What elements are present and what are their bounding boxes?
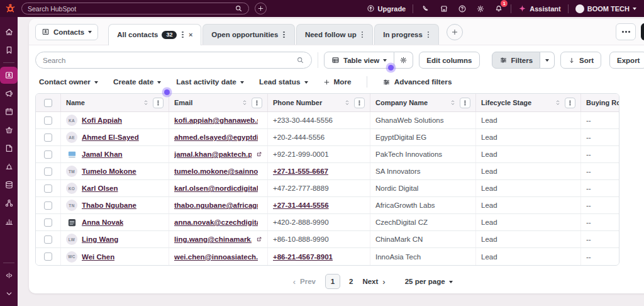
more-options-button[interactable]: [616, 23, 636, 40]
contact-name-link[interactable]: Tumelo Mokone: [82, 167, 136, 175]
sidebar-item-collapse[interactable]: [0, 267, 18, 284]
contact-name-link[interactable]: Ahmed El-Sayed: [82, 133, 139, 141]
sidebar-item-calendar[interactable]: [0, 103, 18, 120]
view-tab[interactable]: Open opportunities ×: [203, 24, 295, 45]
contact-email-link[interactable]: tumelo.mokone@sainnovat...: [174, 167, 258, 175]
quick-filter-dropdown[interactable]: Create date: [113, 77, 161, 86]
contact-name-link[interactable]: Wei Chen: [82, 253, 114, 261]
contact-name-link[interactable]: Jamal Khan: [82, 150, 123, 158]
column-header[interactable]: Email: [169, 94, 268, 111]
filters-button[interactable]: Filters: [492, 52, 541, 69]
quick-filter-dropdown[interactable]: Last activity date: [176, 77, 244, 86]
per-page-dropdown[interactable]: 25 per page: [405, 278, 453, 285]
sort-icon[interactable]: [143, 99, 149, 106]
column-options-button[interactable]: [354, 98, 365, 108]
column-options-button[interactable]: [252, 98, 262, 108]
contact-email-link[interactable]: ling.wang@chinamark.cn: [174, 235, 252, 243]
sort-button[interactable]: Sort: [560, 52, 601, 69]
sidebar-item-content-file[interactable]: [0, 140, 18, 157]
add-contacts-button[interactable]: Add contacts: [641, 23, 644, 40]
object-selector[interactable]: Contacts: [35, 24, 98, 40]
sidebar-item-bookmark[interactable]: [0, 42, 18, 59]
prev-page-button[interactable]: ‹ Prev: [293, 277, 316, 286]
marketplace-icon[interactable]: [438, 3, 449, 14]
global-search-input[interactable]: [28, 5, 231, 13]
sidebar-item-chevron-down[interactable]: [0, 285, 18, 302]
row-checkbox[interactable]: [44, 201, 52, 210]
column-header[interactable]: Name: [61, 94, 169, 111]
sidebar-item-megaphone[interactable]: [0, 85, 18, 102]
tab-options-icon[interactable]: [182, 34, 184, 36]
contact-name-link[interactable]: Karl Olsen: [82, 184, 118, 192]
sidebar-item-reporting-chart[interactable]: [0, 213, 18, 230]
row-checkbox[interactable]: [44, 218, 52, 227]
contact-name-link[interactable]: Thabo Ngubane: [82, 201, 136, 209]
filters-dropdown-button[interactable]: [540, 52, 555, 69]
notifications-icon[interactable]: 1: [493, 3, 504, 14]
sort-icon[interactable]: [242, 99, 248, 106]
column-header[interactable]: Buying Role: [581, 94, 619, 111]
contact-name-link[interactable]: Anna Novak: [82, 218, 123, 226]
column-options-button[interactable]: [565, 98, 575, 108]
row-checkbox[interactable]: [44, 150, 52, 159]
export-button[interactable]: Export: [609, 52, 644, 69]
sidebar-item-home[interactable]: [0, 23, 18, 40]
next-page-button[interactable]: Next ›: [362, 277, 385, 286]
page-button-1[interactable]: 1: [325, 274, 340, 289]
row-checkbox[interactable]: [44, 235, 52, 244]
sidebar-item-automation-bell[interactable]: [0, 158, 18, 175]
contact-email-link[interactable]: karl.olsen@nordicdigital.no...: [174, 184, 258, 192]
settings-icon[interactable]: [475, 3, 486, 14]
edit-columns-button[interactable]: Edit columns: [419, 52, 479, 69]
contact-email-link[interactable]: wei.chen@innoasiatech.cn...: [174, 253, 258, 261]
sidebar-item-commerce-basket[interactable]: [0, 122, 18, 139]
page-button-2[interactable]: 2: [349, 278, 353, 285]
column-header[interactable]: Company Name: [370, 94, 476, 111]
hubspot-logo-icon[interactable]: [5, 3, 16, 14]
column-header[interactable]: Lifecycle Stage: [476, 94, 581, 111]
view-settings-button[interactable]: [394, 52, 413, 69]
sort-icon[interactable]: [450, 99, 456, 106]
contact-name-link[interactable]: Kofi Appiah: [82, 116, 122, 124]
table-search-input[interactable]: [43, 57, 296, 64]
contact-name-link[interactable]: Ling Wang: [82, 235, 118, 243]
quick-filter-dropdown[interactable]: Contact owner: [39, 77, 98, 86]
account-menu[interactable]: BOOM TECH: [575, 4, 636, 13]
view-tab[interactable]: All contacts 32 ×: [108, 24, 201, 45]
advanced-filters-button[interactable]: Advanced filters: [382, 77, 452, 86]
tab-options-icon[interactable]: [428, 34, 430, 36]
row-checkbox[interactable]: [44, 133, 52, 142]
table-search[interactable]: [35, 52, 312, 69]
view-tab[interactable]: In progress ×: [374, 24, 439, 45]
sidebar-item-contacts[interactable]: [0, 67, 18, 84]
phone-number[interactable]: +27-11-555-6667: [273, 167, 328, 175]
table-view-button[interactable]: Table view: [324, 52, 394, 69]
phone-icon[interactable]: [420, 3, 431, 14]
more-filters-button[interactable]: More: [323, 77, 352, 86]
contact-email-link[interactable]: thabo.ngubane@africagro...: [174, 201, 258, 209]
select-all-checkbox[interactable]: [44, 99, 52, 107]
tab-options-icon[interactable]: [283, 34, 285, 36]
sidebar-item-data-database[interactable]: [0, 176, 18, 193]
sidebar-item-workflows-org[interactable]: [0, 195, 18, 212]
column-options-button[interactable]: [153, 98, 164, 108]
contact-email-link[interactable]: jamal.khan@paktech.pk: [174, 150, 252, 158]
column-options-button[interactable]: [460, 98, 470, 108]
global-add-button[interactable]: [255, 3, 267, 14]
global-search[interactable]: [21, 3, 249, 14]
contact-email-link[interactable]: anna.novak@czechdigital.c...: [174, 218, 258, 226]
quick-filter-dropdown[interactable]: Lead status: [259, 77, 308, 86]
sort-icon[interactable]: [555, 99, 561, 106]
column-header[interactable]: Phone Number: [268, 94, 370, 111]
view-tab[interactable]: Need follow up ×: [296, 24, 373, 45]
contact-email-link[interactable]: ahmed.elsayed@egyptdigit...: [174, 133, 258, 141]
help-icon[interactable]: [457, 3, 467, 14]
contact-email-link[interactable]: kofi.appiah@ghanaweb.sol...: [174, 116, 258, 124]
tab-options-icon[interactable]: [362, 34, 364, 36]
phone-number[interactable]: +27-31-444-5556: [273, 201, 329, 209]
upgrade-button[interactable]: Upgrade: [367, 4, 406, 13]
add-view-button[interactable]: [447, 24, 463, 40]
row-checkbox[interactable]: [44, 252, 52, 261]
row-checkbox[interactable]: [44, 116, 52, 125]
phone-number[interactable]: +86-21-4567-8901: [273, 253, 333, 261]
